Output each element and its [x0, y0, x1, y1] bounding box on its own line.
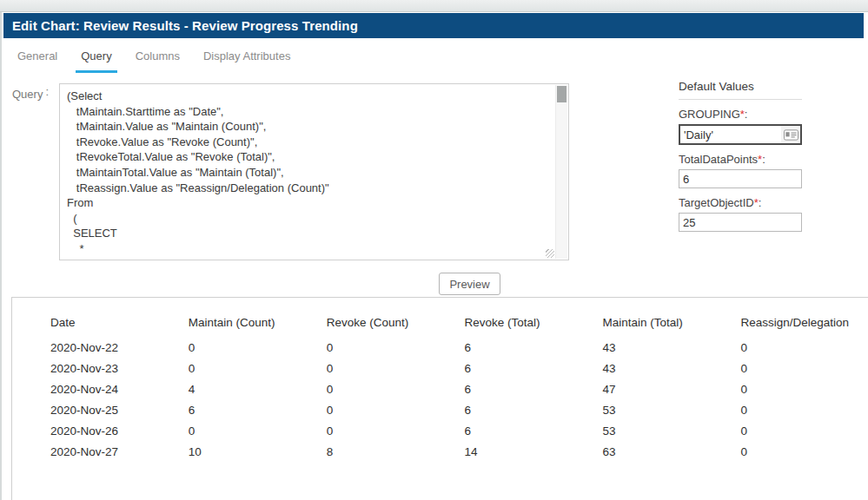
tab-columns[interactable]: Columns — [130, 49, 185, 73]
table-cell: 6 — [465, 420, 603, 441]
column-header: Revoke (Count) — [327, 316, 465, 337]
tab-general[interactable]: General — [12, 49, 63, 73]
query-label: Query: — [12, 88, 49, 101]
table-cell: 2020-Nov-22 — [50, 337, 189, 358]
scrollbar-thumb[interactable] — [557, 86, 567, 102]
table-cell: 0 — [327, 399, 465, 420]
table-row: 2020-Nov-26006530 — [50, 420, 868, 441]
table-cell: 0 — [327, 378, 465, 399]
table-cell: 0 — [189, 358, 327, 378]
tab-query[interactable]: Query — [76, 49, 116, 73]
table-cell: 6 — [189, 399, 327, 420]
page-left-border — [0, 12, 2, 500]
table-cell: 47 — [602, 378, 740, 399]
default-values-panel: Default Values GROUPING*: 'Daily' TotalD… — [679, 80, 802, 232]
table-cell: 0 — [740, 337, 868, 358]
table-cell: 0 — [740, 420, 868, 441]
table-cell: 6 — [465, 358, 603, 378]
field-targetobjectid: TargetObjectID*: — [679, 196, 802, 232]
table-cell: 0 — [189, 420, 327, 441]
preview-results-panel: DateMaintain (Count)Revoke (Count)Revoke… — [11, 297, 868, 500]
table-cell: 2020-Nov-25 — [50, 399, 189, 420]
table-cell: 53 — [602, 420, 740, 441]
table-cell: 2020-Nov-24 — [50, 378, 189, 399]
table-cell: 43 — [602, 358, 740, 378]
targetobjectid-input[interactable] — [679, 213, 802, 232]
table-cell: 0 — [189, 337, 327, 358]
results-table: DateMaintain (Count)Revoke (Count)Revoke… — [50, 316, 868, 462]
picker-card-icon[interactable] — [781, 126, 800, 143]
table-cell: 0 — [740, 399, 868, 420]
table-cell: 0 — [740, 378, 868, 399]
resize-grip-icon[interactable] — [546, 249, 554, 258]
table-cell: 63 — [602, 441, 740, 462]
field-totaldatapoints: TotalDataPoints*: — [679, 153, 802, 188]
field-grouping: GROUPING*: 'Daily' — [679, 108, 802, 145]
column-header: Reassign/Delegation — [740, 316, 868, 337]
targetobjectid-label: TargetObjectID*: — [679, 196, 802, 209]
grouping-input[interactable]: 'Daily' — [679, 124, 802, 145]
table-row: 2020-Nov-24406470 — [50, 378, 868, 399]
default-values-title: Default Values — [679, 80, 802, 100]
table-cell: 4 — [189, 378, 327, 399]
column-header: Maintain (Count) — [189, 316, 327, 337]
table-row: 2020-Nov-2710814630 — [50, 441, 868, 462]
table-cell: 6 — [465, 399, 603, 420]
results-header-row: DateMaintain (Count)Revoke (Count)Revoke… — [50, 316, 868, 337]
tab-bar: General Query Columns Display Attributes — [12, 49, 308, 73]
table-cell: 2020-Nov-23 — [50, 358, 189, 378]
grouping-value: 'Daily' — [680, 128, 781, 141]
table-cell: 0 — [740, 358, 868, 378]
table-cell: 8 — [327, 441, 465, 462]
preview-button[interactable]: Preview — [439, 273, 500, 295]
table-cell: 0 — [327, 420, 465, 441]
column-header: Date — [50, 316, 189, 337]
textarea-scrollbar[interactable] — [555, 85, 567, 259]
query-textarea[interactable]: (Select tMaintain.Starttime as "Date", t… — [59, 83, 569, 260]
table-row: 2020-Nov-23006430 — [50, 358, 868, 378]
dialog-title: Edit Chart: Review Results - Review Prog… — [12, 18, 358, 33]
tab-display-attributes[interactable]: Display Attributes — [198, 49, 295, 73]
grouping-label: GROUPING*: — [679, 108, 802, 121]
dialog-titlebar: Edit Chart: Review Results - Review Prog… — [3, 13, 864, 38]
query-text: (Select tMaintain.Starttime as "Date", t… — [60, 84, 568, 257]
table-cell: 0 — [740, 441, 868, 462]
table-cell: 6 — [465, 337, 603, 358]
table-cell: 2020-Nov-27 — [50, 441, 189, 462]
table-row: 2020-Nov-22006430 — [50, 337, 868, 358]
table-cell: 6 — [465, 378, 603, 399]
table-cell: 14 — [465, 441, 603, 462]
table-cell: 2020-Nov-26 — [50, 420, 189, 441]
totaldatapoints-input[interactable] — [679, 169, 802, 188]
column-header: Revoke (Total) — [465, 316, 603, 337]
table-cell: 0 — [327, 337, 465, 358]
table-cell: 43 — [602, 337, 740, 358]
totaldatapoints-label: TotalDataPoints*: — [679, 153, 802, 166]
table-cell: 10 — [189, 441, 327, 462]
column-header: Maintain (Total) — [602, 316, 740, 337]
edit-chart-dialog: Edit Chart: Review Results - Review Prog… — [0, 0, 868, 500]
table-cell: 53 — [602, 399, 740, 420]
table-row: 2020-Nov-25606530 — [50, 399, 868, 420]
table-cell: 0 — [327, 358, 465, 378]
page-top-chrome — [0, 0, 868, 12]
